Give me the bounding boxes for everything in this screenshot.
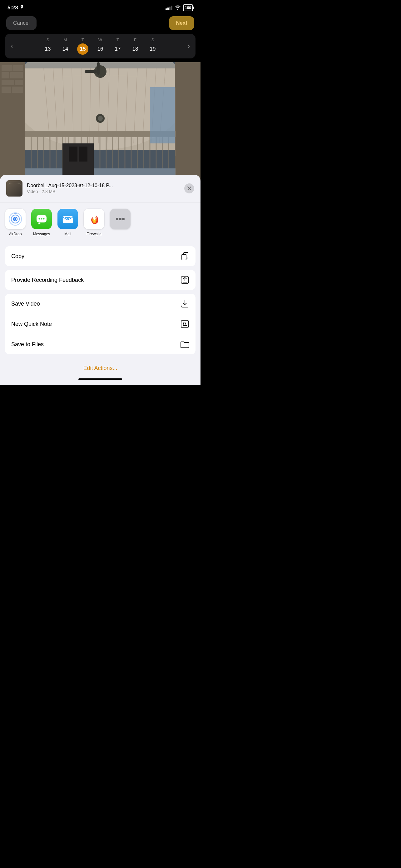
svg-line-14 (142, 68, 147, 144)
file-info-row: Doorbell_Aug-15-2023-at-12-10-18 P... Vi… (0, 175, 201, 203)
file-details: Doorbell_Aug-15-2023-at-12-10-18 P... Vi… (27, 183, 180, 194)
svg-line-11 (116, 68, 119, 144)
feedback-icon (180, 276, 189, 284)
save-files-label: Save to Files (11, 341, 44, 348)
svg-point-67 (41, 218, 42, 220)
next-button[interactable]: Next (169, 16, 194, 30)
status-bar: 5:28 100 (0, 0, 201, 14)
svg-rect-27 (25, 131, 175, 137)
apps-row: AirDrop Messages (0, 203, 201, 243)
airdrop-app-item[interactable]: AirDrop (5, 209, 26, 236)
edit-actions[interactable]: Edit Actions... (0, 361, 201, 375)
calendar-bar: ‹ S 13 M 14 T 15 W 16 T 17 F 18 S 19 › (5, 34, 196, 58)
messages-label: Messages (33, 232, 50, 236)
svg-line-4 (53, 68, 58, 144)
mail-icon (58, 209, 78, 229)
svg-rect-75 (182, 254, 186, 260)
mail-label: Mail (64, 232, 71, 236)
svg-rect-57 (150, 87, 175, 144)
svg-line-3 (44, 68, 50, 144)
mail-app-item[interactable]: Mail (58, 209, 78, 236)
quick-note-label: New Quick Note (11, 321, 52, 328)
svg-rect-19 (13, 65, 23, 71)
svg-rect-55 (69, 147, 77, 161)
calendar-day-sat[interactable]: S 19 (144, 37, 161, 55)
more-icon (110, 209, 131, 229)
svg-line-15 (151, 68, 156, 144)
calendar-days: S 13 M 14 T 15 W 16 T 17 F 18 S 19 (40, 37, 161, 55)
calendar-day-sun[interactable]: S 13 (40, 37, 56, 55)
wifi-icon (175, 5, 180, 11)
save-video-action[interactable]: Save Video (5, 294, 196, 314)
svg-point-52 (96, 114, 105, 123)
save-files-icon (180, 340, 189, 349)
svg-line-5 (63, 68, 66, 144)
svg-line-13 (134, 68, 137, 144)
svg-line-8 (90, 68, 91, 144)
file-thumbnail (6, 180, 23, 196)
battery-icon: 100 (183, 4, 193, 11)
save-video-label: Save Video (11, 301, 40, 307)
calendar-day-wed[interactable]: W 16 (92, 37, 108, 55)
save-video-icon (180, 299, 189, 308)
quick-note-icon (180, 320, 189, 329)
top-bar: Cancel Next (0, 14, 201, 34)
time-display: 5:28 (7, 5, 18, 11)
calendar-day-mon[interactable]: M 14 (57, 37, 73, 55)
airdrop-icon (5, 209, 26, 229)
svg-rect-59 (85, 70, 97, 73)
more-app-item[interactable] (110, 209, 131, 236)
svg-line-6 (72, 68, 73, 144)
file-name: Doorbell_Aug-15-2023-at-12-10-18 P... (27, 183, 167, 188)
save-files-action[interactable]: Save to Files (5, 334, 196, 354)
action-list: Copy Provide Recording Feedback (0, 243, 201, 361)
svg-line-12 (125, 68, 128, 144)
feedback-group: Provide Recording Feedback (5, 270, 196, 290)
svg-point-68 (43, 218, 45, 220)
home-bar (78, 378, 122, 380)
multi-action-group: Save Video New Quick Note (5, 294, 196, 354)
calendar-prev-button[interactable]: ‹ (7, 41, 16, 52)
status-indicators: 100 (166, 4, 193, 11)
svg-rect-26 (175, 62, 201, 181)
home-indicator (0, 375, 201, 385)
svg-rect-23 (15, 80, 23, 85)
cancel-button[interactable]: Cancel (6, 16, 37, 30)
svg-rect-25 (12, 87, 23, 93)
firewalla-app-item[interactable]: Firewalla (84, 209, 104, 236)
svg-point-72 (119, 218, 122, 220)
svg-point-71 (116, 218, 119, 220)
svg-rect-77 (181, 320, 189, 328)
svg-rect-1 (25, 68, 175, 150)
airdrop-label: AirDrop (9, 232, 22, 236)
svg-point-73 (122, 218, 125, 220)
signal-icon (166, 6, 172, 10)
quick-note-action[interactable]: New Quick Note (5, 314, 196, 334)
svg-rect-24 (2, 87, 11, 93)
svg-rect-56 (79, 147, 88, 161)
messages-icon (31, 209, 52, 229)
firewalla-icon (84, 209, 104, 229)
svg-rect-20 (2, 72, 9, 79)
svg-line-9 (98, 68, 100, 144)
share-sheet: Doorbell_Aug-15-2023-at-12-10-18 P... Vi… (0, 175, 201, 385)
location-icon (20, 5, 24, 11)
copy-label: Copy (11, 253, 24, 260)
svg-point-64 (14, 218, 16, 220)
calendar-day-fri[interactable]: F 18 (127, 37, 143, 55)
feedback-action[interactable]: Provide Recording Feedback (5, 270, 196, 290)
copy-action[interactable]: Copy (5, 246, 196, 266)
calendar-next-button[interactable]: › (185, 41, 193, 52)
svg-rect-21 (10, 72, 23, 79)
calendar-day-tue[interactable]: T 15 (75, 37, 91, 55)
svg-line-10 (107, 68, 109, 144)
messages-app-item[interactable]: Messages (31, 209, 52, 236)
calendar-day-thu[interactable]: T 17 (110, 37, 126, 55)
firewalla-label: Firewalla (87, 232, 101, 236)
svg-rect-60 (97, 62, 100, 75)
svg-point-66 (39, 218, 40, 220)
svg-point-53 (98, 116, 103, 121)
close-share-button[interactable] (184, 183, 194, 193)
photo-preview (0, 62, 201, 181)
svg-rect-22 (2, 80, 14, 85)
